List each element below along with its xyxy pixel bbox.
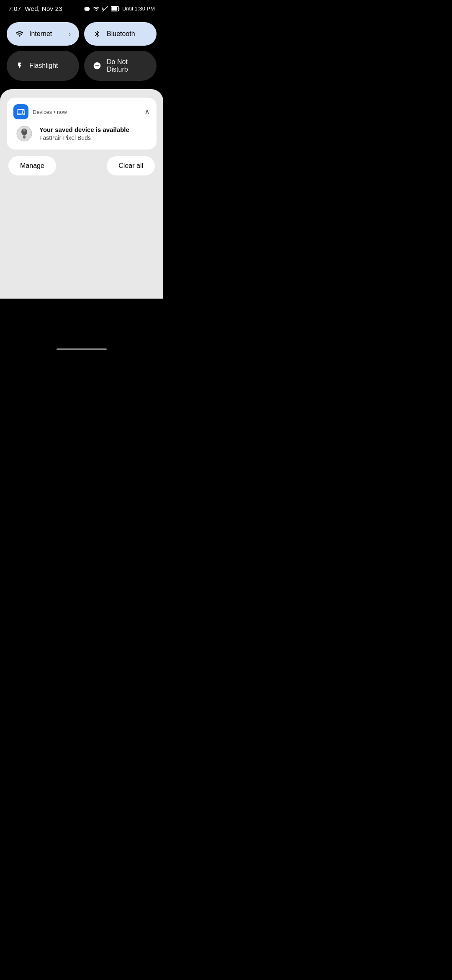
clear-all-button[interactable]: Clear all — [107, 156, 155, 175]
dnd-label: Do Not Disturb — [107, 58, 148, 73]
bluetooth-label: Bluetooth — [107, 30, 148, 38]
status-time-date: 7:07 Wed, Nov 23 — [8, 5, 62, 12]
dnd-tile[interactable]: Do Not Disturb — [84, 51, 157, 81]
action-buttons: Manage Clear all — [7, 156, 157, 175]
notification-source-label: Devices • now — [33, 109, 67, 115]
quick-settings-grid: Internet › Bluetooth Flashlight Do Not D… — [0, 15, 163, 81]
svg-point-5 — [23, 129, 26, 132]
vibrate-icon — [84, 5, 90, 12]
notification-header: Devices • now ∧ — [13, 104, 150, 119]
notification-panel: Devices • now ∧ Your saved device is ava… — [0, 89, 163, 299]
status-icons: Until 1:30 PM — [84, 5, 155, 12]
battery-text: Until 1:30 PM — [122, 5, 155, 12]
pixel-buds-svg — [16, 125, 33, 142]
bluetooth-tile[interactable]: Bluetooth — [84, 22, 157, 46]
signal-icon — [102, 5, 109, 12]
notification-body: Your saved device is available FastPair-… — [13, 124, 150, 143]
internet-arrow-icon: › — [69, 31, 71, 37]
bluetooth-tile-icon — [92, 30, 102, 38]
internet-label: Internet — [29, 30, 64, 38]
notification-expand-icon[interactable]: ∧ — [144, 107, 150, 116]
wifi-icon — [92, 5, 100, 12]
devices-app-icon — [13, 104, 28, 119]
wifi-tile-icon — [15, 30, 24, 38]
home-indicator — [56, 348, 107, 350]
internet-tile[interactable]: Internet › — [7, 22, 79, 46]
notification-title: Your saved device is available — [39, 126, 129, 133]
svg-rect-6 — [23, 135, 26, 139]
pixel-buds-icon — [15, 124, 33, 143]
status-bar: 7:07 Wed, Nov 23 Until 1:30 PM — [0, 0, 163, 15]
flashlight-tile-icon — [15, 62, 24, 70]
notification-card[interactable]: Devices • now ∧ Your saved device is ava… — [7, 98, 157, 150]
svg-rect-2 — [111, 7, 117, 10]
notification-subtitle: FastPair-Pixel Buds — [39, 134, 129, 141]
dnd-tile-icon — [92, 62, 102, 70]
svg-rect-1 — [118, 8, 119, 10]
battery-icon — [111, 6, 120, 12]
manage-button[interactable]: Manage — [8, 156, 56, 175]
notification-source: Devices • now — [13, 104, 67, 119]
flashlight-tile[interactable]: Flashlight — [7, 51, 79, 81]
flashlight-label: Flashlight — [29, 62, 71, 70]
notification-text-content: Your saved device is available FastPair-… — [39, 126, 129, 141]
